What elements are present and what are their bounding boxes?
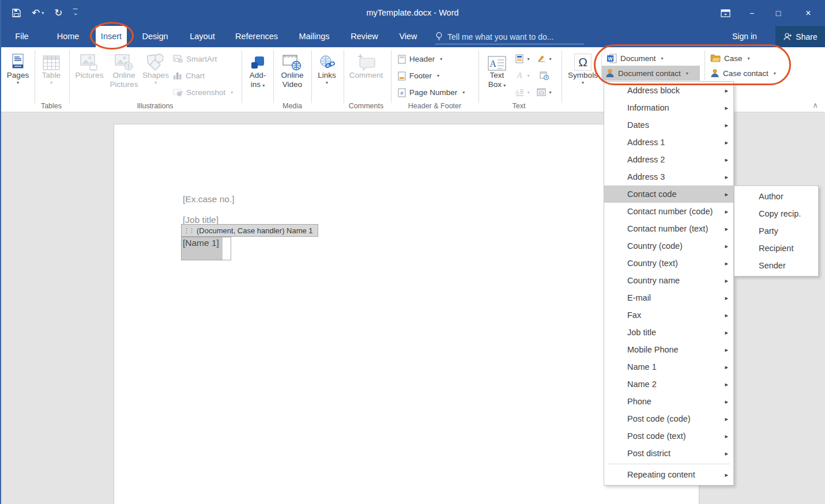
- menu-item[interactable]: Dates ▸: [604, 116, 733, 134]
- ribbon-tab[interactable]: References: [234, 26, 279, 47]
- signature-line-button[interactable]: ▾: [534, 51, 555, 66]
- document-contact-button[interactable]: Document contact ▾: [602, 66, 700, 81]
- menu-item[interactable]: Address block ▸: [604, 82, 733, 99]
- content-control-tag[interactable]: ⋮⋮ (Document, Case handler) Name 1: [181, 224, 318, 237]
- menu-item[interactable]: Post code (code) ▸: [604, 410, 733, 427]
- menu-item[interactable]: Country (text) ▸: [604, 255, 733, 272]
- document-button[interactable]: W Document ▾: [603, 51, 667, 66]
- ribbon-tab-label: Design: [142, 32, 168, 41]
- sign-in-link[interactable]: Sign in: [732, 26, 757, 47]
- submenu-item[interactable]: Sender: [734, 257, 818, 274]
- submenu-item-label: Sender: [759, 261, 786, 270]
- group-separator: [311, 50, 312, 103]
- footer-icon: [398, 71, 406, 81]
- symbols-button[interactable]: Ω Symbols ▾: [566, 49, 600, 103]
- ribbon-tab[interactable]: Insert: [96, 26, 127, 47]
- menu-item[interactable]: Contact number (code) ▸: [604, 203, 733, 220]
- comment-icon: [347, 49, 385, 71]
- word-window: ↶ ▾ ↻ ⌄ myTemplate.docx - Word − □ ×: [0, 0, 825, 504]
- menu-item[interactable]: Phone ▸: [604, 393, 733, 410]
- case-button[interactable]: Case ▾: [707, 51, 754, 66]
- ribbon-tab[interactable]: View: [394, 26, 422, 47]
- menu-item[interactable]: Post district ▸: [604, 445, 733, 462]
- links-button[interactable]: Links ▾: [314, 49, 340, 103]
- ribbon-tab-label: Mailings: [299, 32, 329, 41]
- ribbon-tab[interactable]: Layout: [186, 26, 219, 47]
- menu-item[interactable]: Address 2 ▸: [604, 151, 733, 168]
- comments-group-label: Comments: [346, 102, 386, 110]
- submenu-item[interactable]: Copy recip.: [734, 205, 818, 222]
- menu-item[interactable]: Post code (text) ▸: [604, 427, 733, 445]
- share-button[interactable]: Share: [775, 26, 825, 47]
- submenu-item[interactable]: Author: [734, 188, 818, 205]
- menu-item[interactable]: Name 1 ▸: [604, 358, 733, 376]
- quick-parts-button[interactable]: ▾: [512, 51, 533, 66]
- object-button[interactable]: ▾: [534, 85, 555, 100]
- symbols-caret-icon: ▾: [566, 80, 600, 85]
- submenu-arrow-icon: ▸: [725, 99, 728, 116]
- menu-item-label: Contact code: [627, 190, 676, 199]
- menu-item-label: Fax: [627, 310, 641, 320]
- wordart-icon: A: [515, 71, 524, 80]
- menu-item-label: Information: [627, 103, 669, 112]
- close-button[interactable]: ×: [792, 0, 825, 26]
- ribbon-tab-label: View: [399, 32, 417, 41]
- submenu-arrow-icon: ▸: [725, 116, 728, 134]
- submenu-arrow-icon: ▸: [725, 393, 728, 410]
- menu-item[interactable]: Country (code) ▸: [604, 237, 733, 255]
- wordart-caret-icon: ▾: [527, 73, 529, 78]
- submenu-arrow-icon: ▸: [725, 289, 728, 306]
- svg-text:A: A: [489, 59, 496, 69]
- submenu-arrow-icon: ▸: [725, 220, 728, 237]
- submenu-item[interactable]: Recipient: [734, 240, 818, 257]
- quick-parts-caret-icon: ▾: [527, 56, 529, 62]
- name-content-control[interactable]: [Name 1]: [181, 237, 231, 260]
- collapse-ribbon-button[interactable]: ∧: [812, 101, 818, 109]
- date-time-button[interactable]: [534, 68, 555, 83]
- menu-item[interactable]: Country name ▸: [604, 272, 733, 289]
- menu-item[interactable]: Mobile Phone ▸: [604, 341, 733, 358]
- omega-icon: Ω: [574, 54, 592, 71]
- menu-item[interactable]: Information ▸: [604, 99, 733, 116]
- header-icon: [398, 55, 406, 64]
- menu-item[interactable]: Name 2 ▸: [604, 376, 733, 393]
- menu-item[interactable]: Job title ▸: [604, 324, 733, 341]
- online-pictures-label-2: Pictures: [110, 80, 138, 89]
- ribbon-display-options-button[interactable]: [712, 0, 739, 26]
- menu-item[interactable]: Fax ▸: [604, 306, 733, 324]
- menu-item[interactable]: Contact code ▸: [604, 185, 733, 203]
- pages-button[interactable]: Pages ▾: [5, 49, 31, 103]
- add-ins-button[interactable]: Add-ins▾: [244, 49, 271, 103]
- submenu-item-label: Author: [759, 192, 783, 201]
- date-time-icon: [540, 71, 549, 80]
- ribbon-tab[interactable]: Mailings: [295, 26, 333, 47]
- submenu-item[interactable]: Party: [734, 222, 818, 240]
- page-number-button[interactable]: # Page Number ▾: [398, 85, 465, 100]
- header-button[interactable]: Header ▾: [398, 51, 442, 67]
- pictures-button: Pictures: [73, 49, 106, 103]
- drag-handle-icon[interactable]: ⋮⋮: [183, 228, 194, 233]
- case-contact-button[interactable]: Case contact ▾: [707, 66, 779, 81]
- maximize-button[interactable]: □: [765, 0, 792, 26]
- text-box-button[interactable]: A TextBox▾: [483, 49, 511, 103]
- group-separator: [242, 50, 242, 103]
- ribbon-tab[interactable]: Review: [347, 26, 382, 47]
- footer-button[interactable]: Footer ▾: [398, 68, 439, 84]
- ribbon-tab[interactable]: File: [9, 26, 35, 47]
- online-video-button[interactable]: OnlineVideo: [276, 49, 309, 103]
- header-label: Header: [409, 55, 435, 63]
- ribbon-tab[interactable]: Home: [52, 26, 84, 47]
- ribbon-tab[interactable]: Design: [138, 26, 172, 47]
- share-label: Share: [796, 32, 817, 41]
- tell-me-box[interactable]: Tell me what you want to do...: [435, 29, 584, 44]
- menu-item[interactable]: Repeating content ▸: [604, 466, 733, 483]
- menu-item[interactable]: Address 3 ▸: [604, 168, 733, 185]
- online-video-label-2: Video: [282, 80, 302, 89]
- ribbon-display-options-icon: [721, 9, 730, 17]
- minimize-button[interactable]: −: [739, 0, 765, 26]
- case-contact-label: Case contact: [723, 69, 769, 78]
- menu-item[interactable]: E-mail ▸: [604, 289, 733, 306]
- menu-item[interactable]: Address 1 ▸: [604, 134, 733, 151]
- menu-item-label: Post code (code): [627, 414, 691, 423]
- menu-item[interactable]: Contact number (text) ▸: [604, 220, 733, 237]
